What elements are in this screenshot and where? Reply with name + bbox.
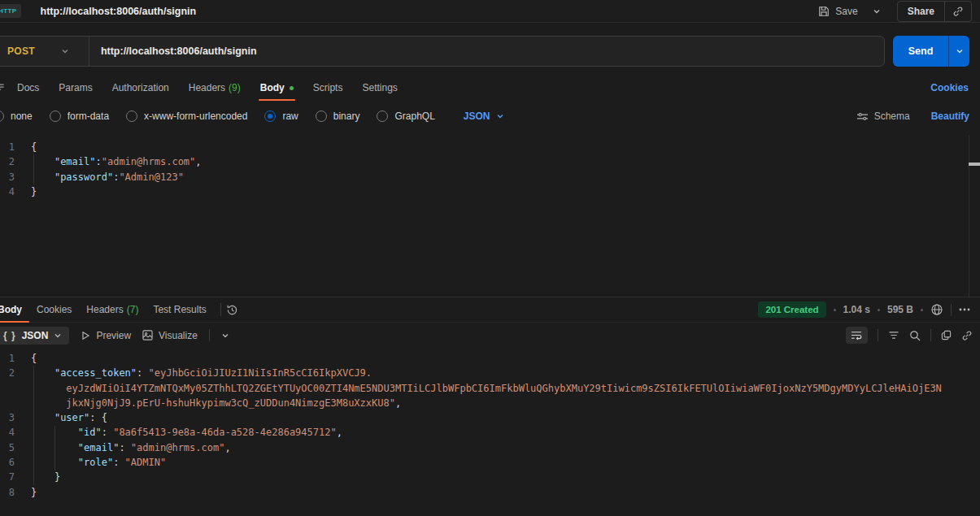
scrollbar-thumb[interactable] (969, 163, 980, 166)
line-number (0, 381, 15, 396)
word-wrap-icon[interactable] (846, 327, 868, 344)
dot-separator (834, 309, 836, 311)
line-number: 5 (0, 440, 15, 455)
body-type-binary[interactable]: binary (316, 111, 360, 122)
body-type-raw[interactable]: raw (264, 111, 298, 122)
code-text: "id": "8a6f5413-9e8a-46da-a528-4e286a945… (31, 425, 342, 440)
dot-separator (921, 309, 923, 311)
cookies-link[interactable]: Cookies (930, 82, 969, 93)
topbar-actions: Save Share (813, 1, 972, 22)
copy-link-icon[interactable] (945, 2, 971, 21)
network-globe-icon[interactable] (930, 303, 943, 316)
divider (220, 303, 221, 316)
code-line: 7 } (0, 470, 980, 484)
body-type-graphql[interactable]: GraphQL (377, 111, 434, 122)
radio-icon (0, 111, 4, 122)
share-button[interactable]: Share (898, 2, 944, 21)
tab-scripts[interactable]: Scripts (303, 76, 353, 99)
radio-icon (126, 111, 137, 122)
response-format-select[interactable]: { } JSON (0, 327, 69, 345)
save-button[interactable]: Save (813, 2, 862, 20)
response-meta: 201 Created 1.04 s 595 B (758, 301, 980, 318)
tab-headers[interactable]: Headers (9) (179, 76, 250, 99)
code-line: 4} (0, 184, 980, 199)
visualize-button[interactable]: Visualize (142, 330, 198, 341)
code-line: 8} (0, 485, 980, 500)
chevron-down-icon[interactable] (221, 332, 229, 340)
preview-button[interactable]: Preview (81, 330, 131, 341)
sliders-icon (856, 111, 869, 122)
chevron-down-icon (54, 332, 62, 340)
body-type-form-data[interactable]: form-data (50, 111, 109, 122)
code-text: { (31, 351, 37, 366)
response-tab-test-results[interactable]: Test Results (146, 297, 213, 323)
method-chevron-down-icon[interactable] (61, 47, 69, 55)
line-number: 3 (0, 170, 15, 184)
body-type-none[interactable]: none (0, 111, 33, 122)
line-number: 4 (0, 184, 15, 199)
tab-docs[interactable]: Docs (7, 76, 49, 99)
beautify-button[interactable]: Beautify (931, 111, 969, 122)
http-request-type-icon: HTTP (0, 4, 21, 18)
tab-authorization[interactable]: Authorization (102, 76, 179, 99)
code-line: 1{ (0, 140, 980, 154)
body-type-x-www-form-urlencoded[interactable]: x-www-form-urlencoded (126, 111, 247, 122)
status-badge: 201 Created (758, 301, 825, 318)
line-number: 4 (0, 425, 15, 440)
request-body-editor[interactable]: 1{2 "email":"admin@hrms.com",3 "password… (0, 135, 980, 297)
indent-guide (33, 366, 34, 485)
code-line: 3 "user": { (0, 410, 980, 425)
code-text: "access_token": "eyJhbGciOiJIUzI1NiIsInR… (31, 366, 372, 380)
code-text: "email": "admin@hrms.com", (31, 440, 231, 455)
editor-scrollbar[interactable] (969, 135, 980, 297)
image-icon (142, 330, 153, 340)
filter-icon[interactable] (888, 331, 899, 340)
response-history-icon[interactable] (226, 304, 238, 316)
request-url-row: POST http://localhost:8006/auth/signin S… (0, 23, 980, 67)
line-number (0, 396, 15, 410)
chevron-down-icon (956, 47, 964, 55)
response-tab-headers[interactable]: Headers (7) (79, 297, 146, 323)
braces-icon: { } (3, 330, 16, 341)
code-text: eyJzdWIiOiI4YTZmNTQxMy05ZThhLTQ2ZGEtYTUy… (31, 381, 942, 396)
divider (930, 329, 931, 341)
code-text: { (31, 140, 37, 154)
save-options-button[interactable] (868, 4, 886, 19)
copy-icon[interactable] (941, 330, 952, 340)
divider (951, 304, 952, 316)
link-icon[interactable] (961, 330, 973, 341)
response-headers-count: (7) (127, 304, 139, 315)
code-line: 1{ (0, 351, 980, 366)
code-line: 2 "access_token": "eyJhbGciOiJIUzI1NiIsI… (0, 366, 980, 380)
line-number: 2 (0, 154, 15, 169)
code-line: 4 "id": "8a6f5413-9e8a-46da-a528-4e286a9… (0, 425, 980, 440)
search-icon[interactable] (909, 330, 921, 341)
send-button[interactable]: Send (893, 36, 948, 67)
tab-settings[interactable]: Settings (352, 76, 407, 99)
divider (878, 329, 878, 341)
tab-params[interactable]: Params (49, 76, 102, 99)
line-number: 3 (0, 410, 15, 425)
response-tab-cookies[interactable]: Cookies (29, 297, 79, 323)
code-line: 5 "email": "admin@hrms.com", (0, 440, 980, 455)
code-line: 3 "password":"Admin@123" (0, 170, 980, 184)
line-number: 6 (0, 455, 15, 470)
indent-guide (54, 426, 55, 470)
response-tab-body[interactable]: Body (0, 297, 29, 323)
raw-format-select[interactable]: JSON (464, 111, 504, 122)
code-line: jkxNjg0NjJ9.pErU-hshuHkypimw3cQ_zUDDun4N… (0, 396, 980, 410)
radio-icon (316, 111, 327, 122)
code-text: jkxNjg0NjJ9.pErU-hshuHkypimw3cQ_zUDDun4N… (31, 396, 401, 410)
send-options-button[interactable] (948, 36, 969, 67)
more-options-icon[interactable] (959, 308, 970, 311)
chevron-down-icon (873, 7, 881, 15)
code-line: eyJzdWIiOiI4YTZmNTQxMy05ZThhLTQ2ZGEtYTUy… (0, 381, 980, 396)
schema-button[interactable]: Schema (856, 111, 910, 122)
response-body-editor[interactable]: 1{2 "access_token": "eyJhbGciOiJIUzI1NiI… (0, 348, 980, 510)
url-input[interactable]: http://localhost:8006/auth/signin (101, 46, 257, 57)
request-tab-title: http://localhost:8006/auth/signin (41, 6, 197, 17)
radio-icon (377, 111, 388, 122)
tab-body[interactable]: Body (250, 76, 303, 99)
method-label[interactable]: POST (0, 46, 35, 57)
divider (209, 329, 210, 341)
